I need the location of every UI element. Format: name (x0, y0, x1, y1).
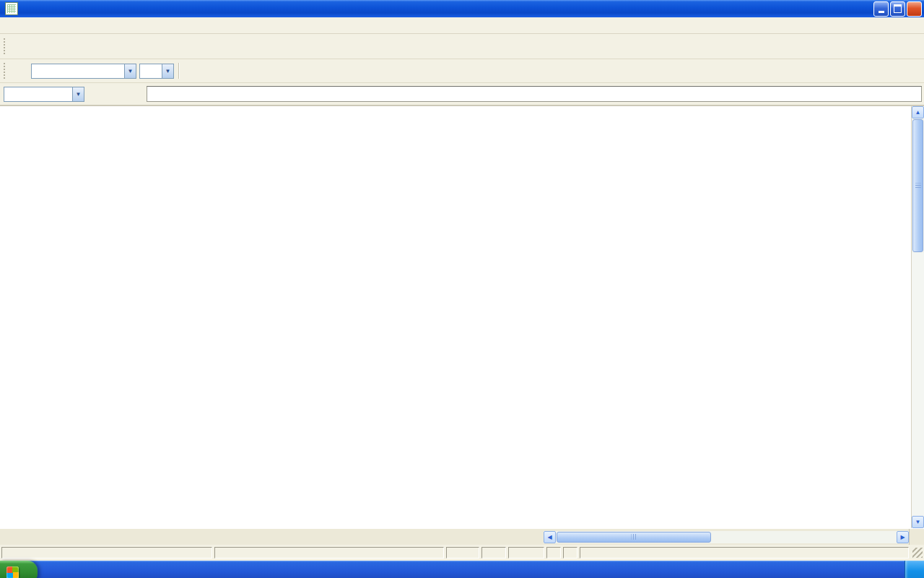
chevron-down-icon[interactable]: ▼ (124, 64, 136, 78)
empty-field (563, 547, 578, 558)
sum-button[interactable] (108, 86, 125, 102)
system-tray (905, 561, 924, 578)
empty-field (481, 547, 506, 558)
zoom-level-field[interactable] (446, 547, 479, 558)
toolbar-handle[interactable] (4, 38, 7, 54)
close-button[interactable] (907, 1, 922, 17)
status-bar (0, 545, 924, 561)
chevron-down-icon[interactable]: ▼ (72, 87, 84, 101)
horizontal-scroll-thumb[interactable] (557, 532, 711, 543)
resize-grip[interactable] (912, 548, 923, 558)
restore-icon (894, 4, 902, 13)
function-button[interactable] (127, 86, 144, 102)
scroll-down-button[interactable]: ▼ (912, 516, 924, 528)
scrollbar-corner (909, 529, 924, 545)
windows-logo-icon (6, 566, 19, 578)
title-bar (0, 0, 924, 17)
sheet-tab-bar: ◀ ▶ (0, 528, 924, 545)
empty-field (546, 547, 561, 558)
styles-button[interactable] (12, 62, 29, 79)
font-name-combo[interactable]: ▼ (31, 64, 136, 79)
toolbar-handle[interactable] (4, 63, 7, 79)
toolbar-separator (178, 63, 179, 79)
status-message-field (580, 547, 909, 558)
selection-mode-field[interactable] (508, 547, 544, 558)
menu-bar (0, 17, 924, 34)
cells-area[interactable] (25, 119, 911, 528)
windows-taskbar (0, 561, 924, 578)
row-headers (0, 119, 25, 528)
formula-input[interactable] (147, 86, 922, 102)
calc-window: ▼ ▼ ▼ ▲ ▼ (0, 0, 924, 578)
minimize-icon (879, 11, 884, 13)
formula-bar: ▼ (0, 83, 924, 106)
horizontal-scroll-track[interactable] (712, 531, 897, 543)
name-box[interactable]: ▼ (4, 87, 84, 102)
scroll-right-button[interactable]: ▶ (897, 531, 909, 543)
restore-button[interactable] (890, 1, 905, 17)
vertical-scrollbar[interactable]: ▲ ▼ (911, 106, 924, 528)
vertical-scroll-track[interactable] (912, 253, 924, 516)
function-wizard-button[interactable] (88, 86, 105, 102)
horizontal-scrollbar[interactable]: ◀ ▶ (544, 531, 909, 543)
minimize-button[interactable] (873, 1, 889, 17)
start-button[interactable] (0, 561, 38, 578)
standard-toolbar (0, 34, 924, 59)
scroll-left-button[interactable]: ◀ (544, 531, 556, 543)
column-headers (0, 106, 911, 119)
calc-app-icon (5, 2, 18, 15)
scroll-up-button[interactable]: ▲ (912, 106, 924, 118)
page-style-field[interactable] (214, 547, 444, 558)
vertical-scroll-thumb[interactable] (912, 119, 923, 252)
font-size-combo[interactable]: ▼ (139, 64, 174, 79)
sheet-position-field (1, 547, 212, 558)
formatting-toolbar: ▼ ▼ (0, 59, 924, 83)
chevron-down-icon[interactable]: ▼ (162, 64, 173, 78)
spreadsheet-area: ▲ ▼ (0, 106, 924, 528)
